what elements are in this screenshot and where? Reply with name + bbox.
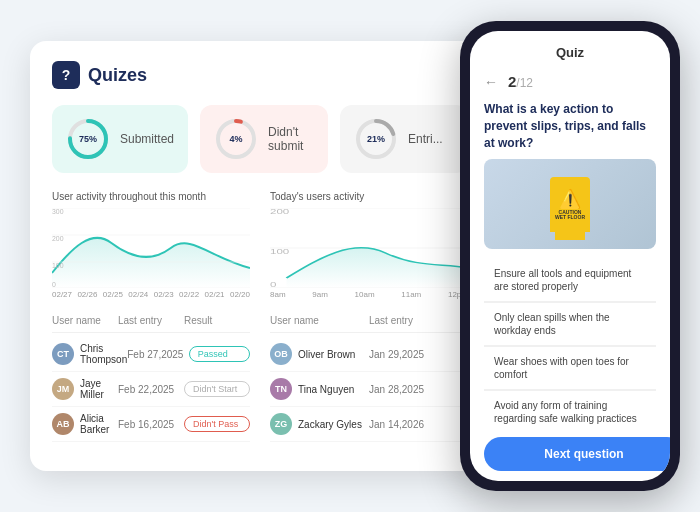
phone-title: Quiz xyxy=(556,45,584,60)
phone-nav: ← 2/12 xyxy=(470,67,670,97)
didnt-submit-pct: 4% xyxy=(230,134,243,144)
submitted-circle: 75% xyxy=(66,117,110,161)
dashboard-title: Quizes xyxy=(88,65,147,86)
didnt-submit-label: Didn't submit xyxy=(268,125,314,153)
answer-option-4[interactable]: Avoid any form of training regarding saf… xyxy=(484,391,656,429)
entry-date: Feb 27,2025 xyxy=(127,349,188,360)
svg-text:300: 300 xyxy=(52,208,64,215)
answer-options: Ensure all tools and equipment are store… xyxy=(470,259,670,429)
user-name: Alicia Barker xyxy=(80,413,118,435)
chart-left-labels: 02/27 02/26 02/25 02/24 02/23 02/22 02/2… xyxy=(52,290,250,299)
table-row: CT Chris Thompson Feb 27,2025 Passed xyxy=(52,337,250,372)
user-cell: ZG Zackary Gyles xyxy=(270,413,369,435)
avatar: TN xyxy=(270,378,292,400)
svg-text:200: 200 xyxy=(270,208,289,215)
table-right: User name Last entry OB Oliver Brown Jan… xyxy=(270,315,468,442)
phone-header: Quiz xyxy=(470,31,670,67)
stat-didnt-submit: 4% Didn't submit xyxy=(200,105,328,173)
answer-option-2[interactable]: Only clean spills when the workday ends xyxy=(484,303,656,346)
user-cell: TN Tina Nguyen xyxy=(270,378,369,400)
user-cell: OB Oliver Brown xyxy=(270,343,369,365)
scene: ? Quizes 75% Submitted xyxy=(10,11,690,501)
result-badge: Didn't Start xyxy=(184,381,250,397)
table-row: OB Oliver Brown Jan 29,2025 xyxy=(270,337,468,372)
entries-label: Entri... xyxy=(408,132,443,146)
user-cell: CT Chris Thompson xyxy=(52,343,127,365)
quiz-icon: ? xyxy=(52,61,80,89)
phone-frame: Quiz ← 2/12 What is a key action to prev… xyxy=(460,21,680,491)
entry-date: Jan 14,2026 xyxy=(369,419,468,430)
user-cell: AB Alicia Barker xyxy=(52,413,118,435)
entry-date: Jan 29,2025 xyxy=(369,349,468,360)
svg-text:200: 200 xyxy=(52,235,64,242)
table-left: User name Last entry Result CT Chris Tho… xyxy=(52,315,250,442)
didnt-submit-circle: 4% xyxy=(214,117,258,161)
answer-option-3[interactable]: Wear shoes with open toes for comfort xyxy=(484,347,656,390)
user-name: Oliver Brown xyxy=(298,349,355,360)
entry-date: Feb 22,2025 xyxy=(118,384,184,395)
table-row: JM Jaye Miller Feb 22,2025 Didn't Start xyxy=(52,372,250,407)
user-name: Chris Thompson xyxy=(80,343,127,365)
table-left-header: User name Last entry Result xyxy=(52,315,250,333)
table-right-header: User name Last entry xyxy=(270,315,468,333)
answer-option-1[interactable]: Ensure all tools and equipment are store… xyxy=(484,259,656,302)
entries-circle: 21% xyxy=(354,117,398,161)
stat-entries: 21% Entri... xyxy=(340,105,468,173)
user-name: Tina Nguyen xyxy=(298,384,354,395)
result-badge: Passed xyxy=(189,346,250,362)
entry-date: Jan 28,2025 xyxy=(369,384,468,395)
table-row: ZG Zackary Gyles Jan 14,2026 xyxy=(270,407,468,442)
user-name: Zackary Gyles xyxy=(298,419,362,430)
back-arrow-icon[interactable]: ← xyxy=(484,74,498,90)
next-question-button[interactable]: Next question xyxy=(484,437,670,471)
avatar: AB xyxy=(52,413,74,435)
didnt-submit-info: Didn't submit xyxy=(268,125,314,153)
svg-text:0: 0 xyxy=(270,280,276,288)
chart-right-labels: 8am 9am 10am 11am 12pm xyxy=(270,290,468,299)
chart-left-title: User activity throughout this month xyxy=(52,191,250,202)
chart-left-area: 300 200 100 0 xyxy=(52,208,250,288)
charts-row: User activity throughout this month xyxy=(52,191,468,299)
phone-wrapper: Quiz ← 2/12 What is a key action to prev… xyxy=(460,21,680,491)
table-section: User name Last entry Result CT Chris Tho… xyxy=(52,315,468,442)
user-cell: JM Jaye Miller xyxy=(52,378,118,400)
chart-right-area: 200 100 0 xyxy=(270,208,468,288)
dashboard-header: ? Quizes xyxy=(52,61,468,89)
submitted-label: Submitted xyxy=(120,132,174,146)
phone-screen: Quiz ← 2/12 What is a key action to prev… xyxy=(470,31,670,481)
svg-text:100: 100 xyxy=(270,247,289,255)
entries-info: Entri... xyxy=(408,132,443,146)
avatar: CT xyxy=(52,343,74,365)
progress-indicator: 2/12 xyxy=(508,73,533,91)
chart-right: Today's users activity 200 xyxy=(270,191,468,299)
submitted-pct: 75% xyxy=(79,134,97,144)
entries-pct: 21% xyxy=(367,134,385,144)
table-row: TN Tina Nguyen Jan 28,2025 xyxy=(270,372,468,407)
submitted-info: Submitted xyxy=(120,132,174,146)
dashboard-card: ? Quizes 75% Submitted xyxy=(30,41,490,471)
svg-text:100: 100 xyxy=(52,262,64,269)
avatar: OB xyxy=(270,343,292,365)
quiz-image: ⚠️ CAUTIONWET FLOOR xyxy=(484,159,656,249)
chart-left: User activity throughout this month xyxy=(52,191,250,299)
stat-submitted: 75% Submitted xyxy=(52,105,188,173)
user-name: Jaye Miller xyxy=(80,378,118,400)
caution-sign-image: ⚠️ CAUTIONWET FLOOR xyxy=(550,177,590,232)
result-badge: Didn't Pass xyxy=(184,416,250,432)
avatar: JM xyxy=(52,378,74,400)
avatar: ZG xyxy=(270,413,292,435)
table-row: AB Alicia Barker Feb 16,2025 Didn't Pass xyxy=(52,407,250,442)
stats-row: 75% Submitted 4% Didn't submit xyxy=(52,105,468,173)
chart-right-title: Today's users activity xyxy=(270,191,468,202)
svg-text:0: 0 xyxy=(52,281,56,288)
entry-date: Feb 16,2025 xyxy=(118,419,184,430)
quiz-question: What is a key action to prevent slips, t… xyxy=(470,97,670,159)
